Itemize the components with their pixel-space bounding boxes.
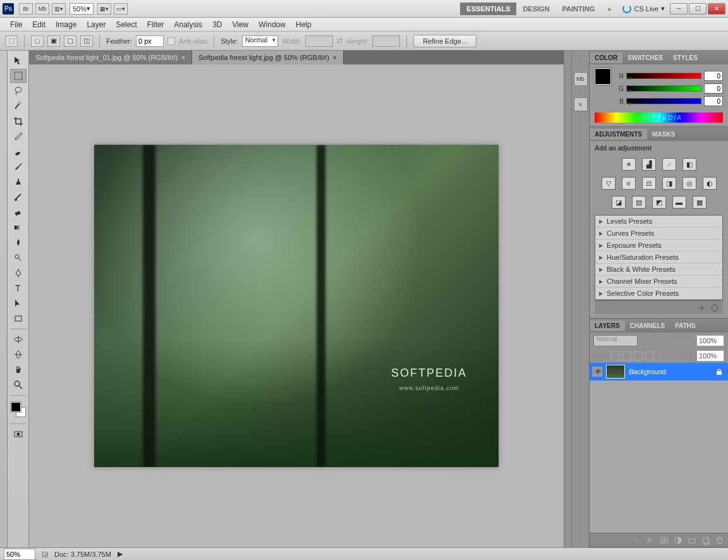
close-tab-icon[interactable]: × — [333, 54, 337, 61]
panel-collapse-strip[interactable] — [564, 51, 571, 547]
preset-hue-saturation[interactable]: ▶Hue/Saturation Presets — [595, 252, 722, 264]
selective-color-icon[interactable]: ▩ — [693, 196, 707, 209]
status-doc-info[interactable]: Doc: 3.75M/3.75M — [54, 551, 111, 558]
bridge-button[interactable]: Br — [19, 3, 33, 15]
tab-color[interactable]: COLOR — [590, 52, 622, 63]
close-tab-icon[interactable]: × — [181, 54, 185, 61]
blur-tool[interactable] — [10, 236, 27, 250]
invert-icon[interactable]: ◪ — [612, 196, 626, 209]
move-tool[interactable] — [10, 54, 27, 68]
workspace-essentials[interactable]: ESSENTIALS — [460, 3, 516, 15]
quick-selection-tool[interactable] — [10, 99, 27, 113]
minimize-button[interactable]: ─ — [670, 3, 688, 15]
tab-adjustments[interactable]: ADJUSTMENTS — [590, 129, 647, 140]
lasso-tool[interactable] — [10, 84, 27, 98]
marquee-tool[interactable] — [10, 69, 27, 83]
color-balance-icon[interactable]: ⚖ — [642, 177, 656, 190]
screen-mode-button[interactable]: ▭▾ — [114, 3, 128, 15]
minibridge-dock-icon[interactable]: Mb — [574, 72, 588, 86]
black-white-icon[interactable]: ◨ — [662, 177, 676, 190]
menu-file[interactable]: File — [5, 19, 27, 30]
workspace-painting[interactable]: PAINTING — [556, 3, 602, 15]
vibrance-icon[interactable]: ▽ — [602, 177, 616, 190]
tab-paths[interactable]: PATHS — [670, 320, 700, 331]
history-dock-icon[interactable]: ≡ — [574, 97, 588, 111]
channel-mixer-icon[interactable]: ◐ — [703, 177, 717, 190]
tab-layers[interactable]: LAYERS — [590, 320, 625, 331]
crop-tool[interactable] — [10, 114, 27, 128]
layer-mask-icon[interactable] — [660, 536, 669, 545]
hand-tool[interactable] — [10, 363, 27, 377]
feather-input[interactable] — [136, 35, 164, 47]
document-tab-1[interactable]: Softpedia forest light.jpg @ 50% (RGB/8#… — [192, 51, 344, 64]
tab-styles[interactable]: STYLES — [668, 52, 703, 63]
brush-tool[interactable] — [10, 160, 27, 174]
color-swatches[interactable] — [11, 402, 26, 417]
menu-edit[interactable]: Edit — [27, 19, 51, 30]
exposure-icon[interactable]: ◧ — [682, 158, 696, 171]
posterize-icon[interactable]: ▨ — [632, 196, 646, 209]
delete-layer-icon[interactable] — [715, 536, 724, 545]
subtract-selection-icon[interactable]: ▢ — [64, 35, 76, 47]
menu-help[interactable]: Help — [291, 19, 317, 30]
clip-layer-icon[interactable] — [710, 303, 719, 312]
view-extras-button[interactable]: ▥▾ — [52, 3, 66, 15]
preset-exposure[interactable]: ▶Exposure Presets — [595, 240, 722, 252]
eyedropper-tool[interactable] — [10, 130, 27, 143]
layer-style-icon[interactable]: fx — [646, 536, 655, 545]
levels-icon[interactable]: ▟ — [642, 158, 656, 171]
tool-collapse-strip[interactable] — [0, 51, 8, 547]
eraser-tool[interactable] — [10, 205, 27, 219]
3d-camera-tool[interactable] — [10, 348, 27, 362]
quick-mask-tool[interactable] — [10, 427, 27, 441]
minibridge-button[interactable]: Mb — [35, 3, 49, 15]
new-layer-icon[interactable] — [701, 536, 710, 545]
dodge-tool[interactable] — [10, 251, 27, 265]
3d-rotate-tool[interactable] — [10, 332, 27, 346]
document-tab-0[interactable]: Softpedia forest light_01.jpg @ 50% (RGB… — [29, 51, 192, 64]
layer-row-background[interactable]: 👁 Background — [590, 363, 728, 380]
color-panel-swatch[interactable] — [595, 68, 611, 85]
brightness-contrast-icon[interactable]: ☀ — [622, 158, 636, 171]
menu-layer[interactable]: Layer — [82, 19, 111, 30]
g-slider[interactable] — [626, 85, 701, 92]
intersect-selection-icon[interactable]: ◫ — [80, 35, 93, 47]
menu-image[interactable]: Image — [51, 19, 82, 30]
adjustment-layer-icon[interactable] — [674, 536, 682, 545]
b-slider[interactable] — [626, 98, 701, 104]
curves-icon[interactable]: ⟋ — [662, 158, 676, 171]
r-input[interactable] — [704, 71, 723, 81]
color-spectrum[interactable]: SOFTPEDIA — [595, 113, 723, 123]
preset-curves[interactable]: ▶Curves Presets — [595, 228, 722, 240]
layer-visibility-icon[interactable]: 👁 — [592, 367, 602, 377]
pen-tool[interactable] — [10, 266, 27, 280]
preset-channel-mixer[interactable]: ▶Channel Mixer Presets — [595, 276, 722, 288]
layer-list[interactable]: 👁 Background — [590, 363, 728, 533]
layer-thumbnail[interactable] — [606, 365, 625, 379]
menu-filter[interactable]: Filter — [142, 19, 169, 30]
workspace-more[interactable]: » — [601, 3, 617, 15]
type-tool[interactable]: T — [10, 281, 27, 295]
new-selection-icon[interactable]: □ — [31, 35, 44, 47]
maximize-button[interactable]: ☐ — [689, 3, 707, 15]
preset-list[interactable]: ▶Levels Presets ▶Curves Presets ▶Exposur… — [595, 215, 723, 300]
preset-levels[interactable]: ▶Levels Presets — [595, 216, 722, 228]
path-selection-tool[interactable] — [10, 296, 27, 310]
tab-channels[interactable]: CHANNELS — [625, 320, 670, 331]
preset-black-white[interactable]: ▶Black & White Presets — [595, 264, 722, 276]
threshold-icon[interactable]: ◩ — [652, 196, 666, 209]
menu-window[interactable]: Window — [253, 19, 291, 30]
return-adjustment-icon[interactable] — [696, 303, 705, 312]
healing-brush-tool[interactable] — [10, 145, 27, 159]
gradient-map-icon[interactable]: ▬ — [672, 196, 686, 209]
arrange-documents-button[interactable]: ▦▾ — [97, 3, 111, 15]
add-selection-icon[interactable]: ▣ — [47, 35, 60, 47]
r-slider[interactable] — [626, 73, 701, 79]
photo-filter-icon[interactable]: ◎ — [682, 177, 696, 190]
status-zoom-input[interactable] — [4, 549, 35, 560]
gradient-tool[interactable] — [10, 221, 27, 234]
b-input[interactable] — [704, 96, 723, 106]
hue-saturation-icon[interactable]: ≡ — [622, 177, 636, 190]
cslive-button[interactable]: CS Live ▾ — [622, 4, 665, 13]
menu-analysis[interactable]: Analysis — [169, 19, 207, 30]
